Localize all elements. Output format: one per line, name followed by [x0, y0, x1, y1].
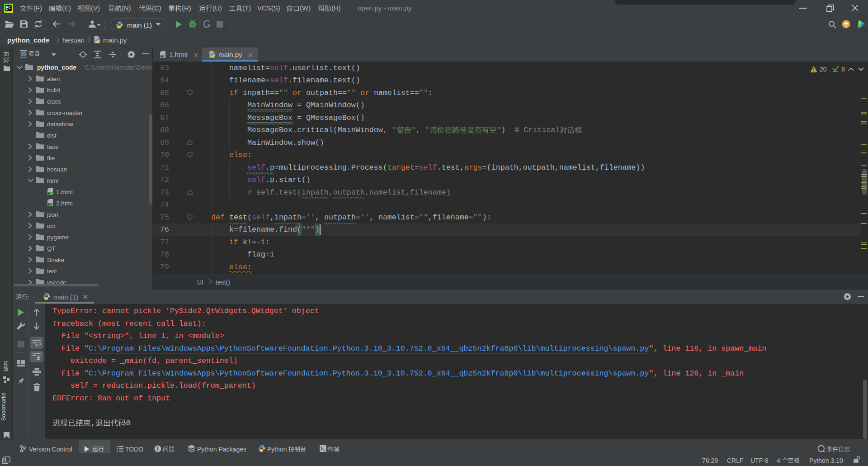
svg-text:H: H	[160, 54, 163, 58]
svg-text:PC: PC	[6, 5, 11, 10]
svg-text:H: H	[48, 191, 50, 195]
svg-text:H: H	[48, 203, 50, 206]
